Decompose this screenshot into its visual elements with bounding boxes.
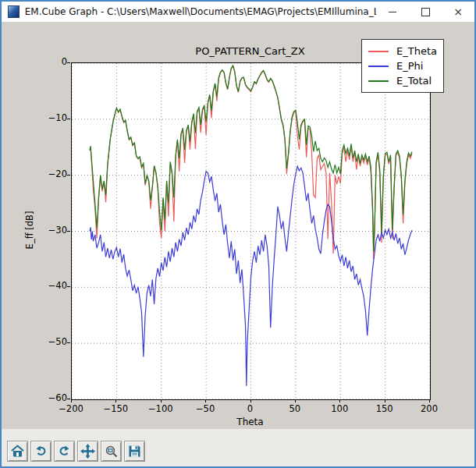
- legend-label: E_Phi: [396, 60, 423, 72]
- app-window: EM.Cube Graph - C:\Users\Maxwell\Documen…: [0, 0, 476, 468]
- client-area: PO_PATTERN_Cart_ZX E_ff [dB] Theta −200−…: [2, 22, 474, 466]
- legend-line-swatch: [368, 66, 389, 67]
- y-tick-mark: [67, 119, 70, 119]
- x-tick-label: 100: [331, 403, 348, 414]
- back-button[interactable]: [30, 441, 52, 462]
- window-title: EM.Cube Graph - C:\Users\Maxwell\Documen…: [25, 6, 376, 17]
- forward-arrow-icon: [58, 445, 71, 458]
- x-tick-mark: [429, 399, 430, 402]
- zoom-rect-icon: [105, 445, 119, 459]
- y-tick-label: −30: [2, 225, 67, 236]
- x-tick-mark: [71, 399, 72, 402]
- x-tick-label: 50: [290, 403, 301, 414]
- forward-button[interactable]: [54, 441, 75, 462]
- y-tick-label: −40: [2, 280, 67, 291]
- x-tick-mark: [295, 399, 296, 402]
- legend-entry-E_Phi: E_Phi: [368, 58, 437, 73]
- save-floppy-icon: [128, 445, 141, 458]
- minimize-button[interactable]: [376, 2, 409, 22]
- legend-entry-E_Theta: E_Theta: [368, 44, 437, 58]
- y-tick-mark: [67, 62, 70, 63]
- y-tick-mark: [67, 175, 70, 176]
- window-controls: ×: [376, 2, 474, 22]
- save-button[interactable]: [124, 441, 145, 462]
- x-tick-mark: [250, 399, 251, 402]
- zoom-button[interactable]: [101, 441, 122, 462]
- x-tick-mark: [385, 399, 385, 402]
- figure-canvas[interactable]: PO_PATTERN_Cart_ZX E_ff [dB] Theta −200−…: [2, 22, 474, 429]
- x-tick-mark: [115, 399, 116, 402]
- x-tick-label: 0: [247, 403, 253, 414]
- home-icon: [10, 444, 25, 459]
- home-button[interactable]: [7, 441, 28, 462]
- x-tick-mark: [339, 399, 340, 402]
- y-tick-label: −20: [2, 168, 67, 179]
- pan-arrows-icon: [80, 443, 96, 459]
- legend-line-swatch: [368, 80, 389, 82]
- y-tick-label: −10: [2, 112, 67, 123]
- close-icon: ×: [453, 6, 463, 17]
- series-E_Total: [90, 66, 412, 252]
- x-tick-label: −100: [148, 403, 173, 414]
- legend-label: E_Total: [396, 75, 432, 87]
- y-tick-mark: [67, 286, 70, 287]
- plot-svg: [72, 63, 430, 399]
- y-tick-label: 0: [2, 56, 67, 67]
- close-button[interactable]: ×: [442, 2, 474, 22]
- y-tick-label: −60: [2, 392, 67, 403]
- maximize-button[interactable]: [409, 2, 442, 22]
- legend-line-swatch: [368, 51, 389, 52]
- x-tick-mark: [161, 399, 162, 402]
- series-E_Phi: [90, 166, 412, 386]
- navigation-toolbar: [2, 438, 474, 464]
- title-bar[interactable]: EM.Cube Graph - C:\Users\Maxwell\Documen…: [2, 2, 474, 22]
- x-tick-label: −150: [104, 403, 129, 414]
- x-tick-label: −200: [59, 403, 83, 414]
- x-tick-label: −50: [196, 403, 215, 414]
- legend: E_ThetaE_PhiE_Total: [361, 39, 444, 93]
- minimize-icon: [389, 12, 396, 12]
- app-icon: [8, 5, 20, 18]
- maximize-icon: [421, 8, 430, 16]
- y-tick-mark: [67, 342, 70, 343]
- pan-button[interactable]: [77, 441, 98, 462]
- x-tick-mark: [205, 399, 206, 402]
- x-tick-label: 200: [421, 403, 438, 414]
- y-tick-mark: [67, 399, 70, 399]
- x-axis-label: Theta: [71, 417, 429, 427]
- y-tick-label: −50: [2, 336, 67, 347]
- back-arrow-icon: [34, 445, 48, 458]
- legend-entry-E_Total: E_Total: [368, 73, 437, 88]
- legend-label: E_Theta: [396, 45, 437, 57]
- plot-area[interactable]: [71, 62, 431, 400]
- y-tick-mark: [67, 231, 70, 232]
- x-tick-label: 150: [376, 403, 393, 414]
